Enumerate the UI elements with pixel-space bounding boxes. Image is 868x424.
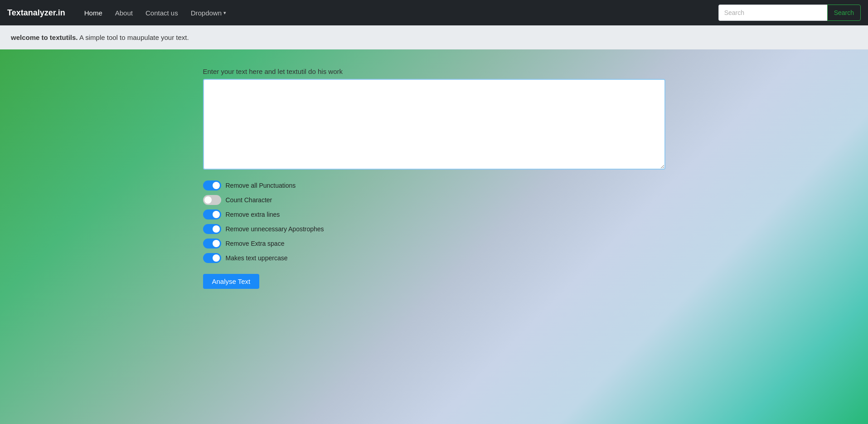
welcome-bar: welcome to textutils. A simple tool to m…: [0, 25, 868, 49]
navbar-brand[interactable]: Textanalyzer.in: [7, 8, 65, 18]
toggle-count-character[interactable]: [203, 195, 221, 205]
option-makes-uppercase: Makes text uppercase: [203, 253, 665, 263]
nav-contact[interactable]: Contact us: [141, 6, 183, 19]
toggle-remove-punctuations[interactable]: [203, 180, 221, 190]
toggle-remove-extra-space[interactable]: [203, 239, 221, 249]
analyse-button[interactable]: Analyse Text: [203, 274, 260, 289]
option-label-remove-punctuations: Remove all Punctuations: [226, 182, 296, 189]
main-content: Enter your text here and let textutil do…: [0, 49, 868, 424]
options-list: Remove all Punctuations Count Character …: [203, 180, 665, 263]
option-remove-extra-space: Remove Extra space: [203, 239, 665, 249]
option-label-makes-uppercase: Makes text uppercase: [226, 254, 288, 262]
nav-dropdown[interactable]: Dropdown ▾: [186, 6, 231, 19]
option-remove-apostrophes: Remove unnecessary Apostrophes: [203, 224, 665, 234]
textarea-label: Enter your text here and let textutil do…: [203, 68, 665, 75]
chevron-down-icon: ▾: [223, 10, 226, 16]
option-label-remove-extra-lines: Remove extra lines: [226, 211, 280, 218]
text-tool-container: Enter your text here and let textutil do…: [203, 68, 665, 289]
text-input[interactable]: [203, 79, 665, 170]
option-remove-punctuations: Remove all Punctuations: [203, 180, 665, 190]
option-label-remove-extra-space: Remove Extra space: [226, 240, 285, 247]
nav-dropdown-label: Dropdown: [191, 9, 222, 17]
option-label-count-character: Count Character: [226, 196, 272, 204]
search-input[interactable]: [718, 5, 827, 21]
option-label-remove-apostrophes: Remove unnecessary Apostrophes: [226, 225, 324, 233]
welcome-text: A simple tool to maupulate your text.: [79, 34, 189, 41]
search-button[interactable]: Search: [827, 5, 861, 21]
option-count-character: Count Character: [203, 195, 665, 205]
welcome-bold: welcome to textutils.: [11, 34, 78, 41]
nav-links: Home About Contact us Dropdown ▾: [80, 6, 709, 19]
nav-about[interactable]: About: [111, 6, 137, 19]
toggle-remove-apostrophes[interactable]: [203, 224, 221, 234]
toggle-remove-extra-lines[interactable]: [203, 210, 221, 219]
search-area: Search: [718, 5, 861, 21]
toggle-makes-uppercase[interactable]: [203, 253, 221, 263]
option-remove-extra-lines: Remove extra lines: [203, 210, 665, 219]
nav-home[interactable]: Home: [80, 6, 107, 19]
navbar: Textanalyzer.in Home About Contact us Dr…: [0, 0, 868, 25]
